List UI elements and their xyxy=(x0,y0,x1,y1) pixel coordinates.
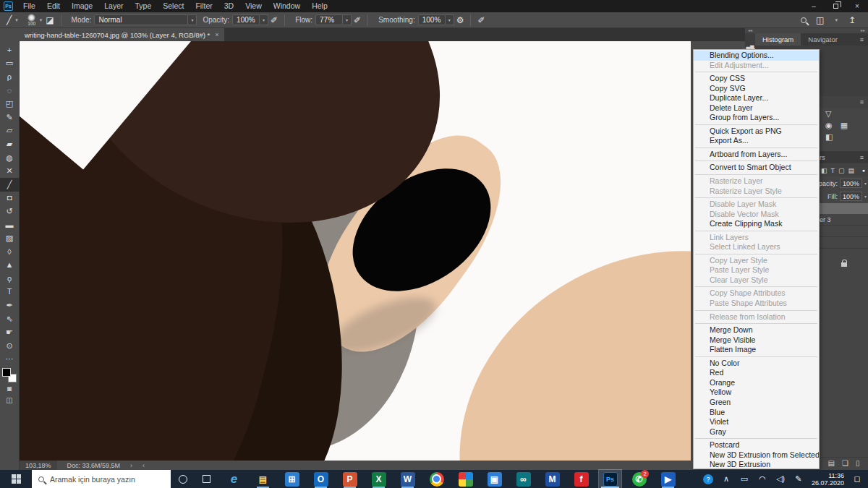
context-menu-item[interactable]: Release from Isolation xyxy=(694,312,819,322)
expand-panels-icon[interactable]: ▸▸ xyxy=(861,28,865,33)
menu-item[interactable]: Image xyxy=(66,0,98,12)
context-menu-item[interactable] xyxy=(694,70,819,74)
context-menu-item[interactable]: Rasterize Layer Style xyxy=(694,187,819,197)
context-menu-item[interactable]: Disable Layer Mask xyxy=(694,200,819,210)
opacity-chevron-icon[interactable]: ▾ xyxy=(864,181,868,186)
tray-chevron-icon[interactable]: ∧ xyxy=(721,474,731,484)
zoom-tool[interactable]: ⊙ xyxy=(0,339,20,353)
crop-tool[interactable]: ◰ xyxy=(0,97,20,111)
airbrush-icon[interactable]: ✐ xyxy=(352,15,363,25)
smoothing-field[interactable]: 100% xyxy=(418,14,446,25)
menu-item[interactable]: Filter xyxy=(190,0,218,12)
context-menu-item[interactable]: Copy Layer Style xyxy=(694,256,819,266)
context-menu-item[interactable]: New 3D Extrusion from Selected Layer xyxy=(694,450,819,461)
spot-healing-brush-tool[interactable]: ▱ xyxy=(0,124,20,138)
flow-field[interactable]: 77% xyxy=(315,14,343,25)
help-tray-icon[interactable]: ? xyxy=(703,474,713,484)
layer-filter-icon[interactable]: ▢ xyxy=(838,167,845,174)
context-menu-item[interactable] xyxy=(694,146,819,150)
status-chevron-right-icon[interactable]: › xyxy=(130,462,132,469)
context-menu-item[interactable]: Gray xyxy=(694,427,819,437)
new-group-folder-icon[interactable]: ▤ xyxy=(828,459,835,467)
context-menu-item[interactable] xyxy=(694,309,819,312)
content-aware-move-tool[interactable]: ✕ xyxy=(0,164,20,178)
volume-icon[interactable]: ◁) xyxy=(775,474,786,484)
brush-pressure-icon[interactable]: ✐ xyxy=(475,15,487,25)
clone-stamp-tool[interactable]: ◘ xyxy=(0,192,20,205)
opacity-dropdown-icon[interactable]: ▾ xyxy=(260,14,268,25)
context-menu-item[interactable] xyxy=(694,252,819,256)
context-menu-item[interactable]: Disable Vector Mask xyxy=(694,210,819,220)
filter-toggle-icon[interactable]: ● xyxy=(862,168,865,173)
photoshop-app-icon[interactable]: Ps xyxy=(599,470,621,488)
context-menu-item[interactable]: Export As... xyxy=(694,136,819,146)
context-menu-item[interactable]: Blending Options... xyxy=(694,51,819,61)
menu-item[interactable]: Layer xyxy=(98,0,129,12)
layer-row[interactable] xyxy=(820,226,868,237)
context-menu-item[interactable] xyxy=(694,322,819,325)
context-menu-item[interactable]: Paste Layer Style xyxy=(694,265,819,275)
context-menu-item[interactable]: Violet xyxy=(694,417,819,427)
close-button[interactable]: × xyxy=(846,0,868,12)
menu-item[interactable]: Edit xyxy=(41,0,66,12)
powerpoint-app-icon[interactable]: P xyxy=(339,470,361,488)
pen-tool[interactable]: ✒ xyxy=(0,299,20,312)
m-app-icon[interactable]: M xyxy=(541,470,563,488)
histogram-dock-icon[interactable]: ▂▅▇▃ xyxy=(745,33,755,51)
windows-ink-pen-icon[interactable]: ✎ xyxy=(793,474,804,484)
layer-row[interactable]: er 3 xyxy=(820,215,868,226)
context-menu-item[interactable]: New 3D Extrusion xyxy=(694,460,819,469)
battery-icon[interactable]: ▭ xyxy=(739,474,749,484)
context-menu-item[interactable]: Delete Layer xyxy=(694,103,819,114)
context-menu-item[interactable]: No Color xyxy=(694,359,819,369)
search-icon[interactable] xyxy=(801,17,807,23)
layer-row[interactable] xyxy=(820,238,868,249)
tab-navigator[interactable]: Navigator xyxy=(801,33,845,46)
taskbar-search-box[interactable]: Aramak için buraya yazın xyxy=(32,470,171,488)
mode-dropdown-icon[interactable]: ▾ xyxy=(188,14,197,25)
dodge-tool[interactable]: ϙ xyxy=(0,272,20,286)
brush-tool[interactable]: ╱ xyxy=(0,178,20,192)
context-menu-item[interactable]: Postcard xyxy=(694,440,819,450)
context-menu-item[interactable] xyxy=(694,123,819,127)
selected-layer-row[interactable] xyxy=(820,203,868,214)
context-menu-item[interactable]: Artboard from Layers... xyxy=(694,150,819,160)
blur-tool[interactable]: ◊ xyxy=(0,245,20,259)
pressure-opacity-icon[interactable]: ✐ xyxy=(268,15,280,25)
cortana-button[interactable] xyxy=(171,475,195,484)
menu-item[interactable]: File xyxy=(17,0,41,12)
context-menu-item[interactable] xyxy=(694,229,819,233)
context-menu-item[interactable]: Merge Down xyxy=(694,325,819,335)
lasso-tool[interactable]: ρ xyxy=(0,70,20,84)
file-explorer-app-icon[interactable]: ▤ xyxy=(252,470,274,488)
canvas[interactable] xyxy=(20,41,691,461)
context-menu-item[interactable] xyxy=(694,196,819,200)
foreground-color-swatch[interactable] xyxy=(2,368,11,377)
restore-button[interactable] xyxy=(825,0,846,12)
action-center-icon[interactable]: ◻ xyxy=(852,474,862,484)
menu-item[interactable]: 3D xyxy=(218,0,239,12)
opacity-field[interactable]: 100% xyxy=(840,179,862,188)
context-menu-item[interactable]: Quick Export as PNG xyxy=(694,127,819,137)
panel-menu-icon[interactable]: ≡ xyxy=(860,98,864,106)
taskbar-clock[interactable]: 11:36 26.07.2020 xyxy=(812,472,844,487)
panel-menu-icon[interactable]: ≡ xyxy=(860,36,864,43)
layers-panel-menu-icon[interactable]: ≡ xyxy=(860,154,864,161)
photos-app-icon[interactable]: ▣ xyxy=(483,470,506,488)
status-chevron-left-icon[interactable]: ‹ xyxy=(142,462,145,469)
gradient-tool[interactable]: ▨ xyxy=(0,231,20,245)
adjustment-wheel-grid-icons[interactable]: ◉ ▦ xyxy=(825,121,868,130)
layer-filter-icon[interactable]: T xyxy=(831,167,835,174)
menu-item[interactable]: Select xyxy=(157,0,190,12)
edit-toolbar[interactable]: ⋯ xyxy=(0,353,20,367)
f-app-icon[interactable]: f xyxy=(570,470,592,488)
edge-app-icon[interactable]: e xyxy=(223,470,245,488)
path-selection-tool[interactable]: ⇖ xyxy=(0,312,20,326)
context-menu-item[interactable]: Duplicate Layer... xyxy=(694,93,819,103)
fill-field[interactable]: 100% xyxy=(840,192,862,201)
outlook-app-icon[interactable]: O xyxy=(310,470,332,488)
context-menu-item[interactable]: Rasterize Layer xyxy=(694,176,819,187)
context-menu-item[interactable]: Yellow xyxy=(694,388,819,398)
brush-settings-panel-toggle-icon[interactable]: ◪ xyxy=(43,15,56,25)
whatsapp-app-icon[interactable]: ✆2 xyxy=(628,470,650,488)
